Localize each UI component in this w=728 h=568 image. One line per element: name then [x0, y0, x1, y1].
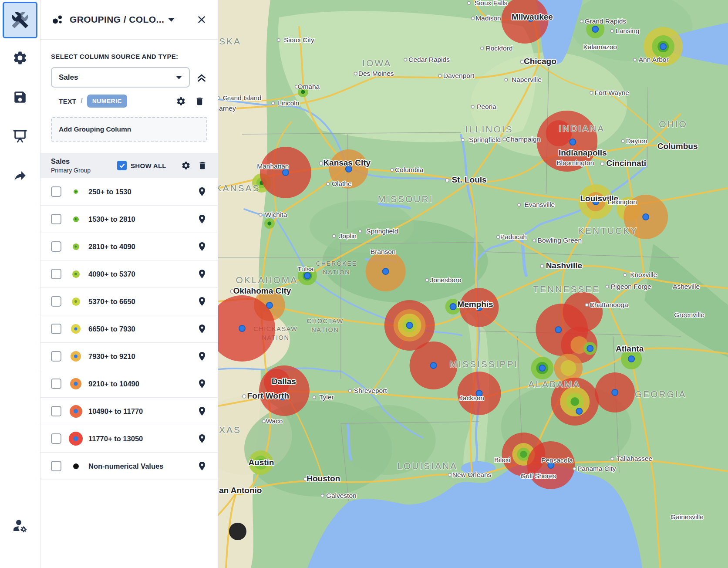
bubble-chart-icon	[52, 14, 64, 26]
state-label: LOUISIANA	[397, 461, 458, 471]
present-button[interactable]	[11, 127, 29, 145]
city-dot	[590, 91, 593, 95]
range-checkbox[interactable]	[51, 324, 61, 334]
type-option-numeric[interactable]: NUMERIC	[87, 95, 127, 108]
range-checkbox[interactable]	[51, 269, 61, 279]
range-row[interactable]: 4090+ to 5370	[40, 260, 218, 288]
marker-center-dot	[383, 268, 389, 274]
range-row[interactable]: Non-numerical Values	[40, 453, 218, 480]
range-checkbox[interactable]	[51, 214, 61, 224]
city-label: Bowling Green	[538, 237, 582, 244]
range-row[interactable]: 11770+ to 13050	[40, 425, 218, 453]
city-label: Pigeon Forge	[611, 283, 651, 290]
panel-title-caret-icon[interactable]	[168, 18, 175, 22]
map-marker[interactable]	[366, 251, 406, 291]
map-pin-icon[interactable]	[197, 186, 207, 197]
group-settings-button[interactable]	[181, 161, 191, 170]
map-pin-icon[interactable]	[197, 324, 207, 334]
marker-center-dot	[283, 169, 289, 176]
range-swatch	[67, 270, 84, 278]
map-pin-icon[interactable]	[197, 241, 207, 252]
map-marker[interactable]	[531, 357, 553, 379]
map-pin-icon[interactable]	[197, 461, 207, 471]
city-dot	[481, 47, 484, 50]
range-checkbox[interactable]	[51, 461, 61, 471]
city-label: Madison	[475, 14, 501, 22]
range-checkbox[interactable]	[51, 296, 61, 307]
range-row[interactable]: 1530+ to 2810	[40, 206, 218, 233]
map-pin-icon[interactable]	[197, 406, 207, 416]
city-dot	[472, 17, 475, 20]
range-swatch	[67, 405, 84, 418]
range-label: 4090+ to 5370	[88, 270, 197, 278]
range-swatch	[67, 216, 84, 222]
range-row[interactable]: 250+ to 1530	[40, 178, 218, 206]
map-pin-icon[interactable]	[197, 296, 207, 307]
show-all-checkbox[interactable]	[117, 161, 127, 170]
range-row[interactable]: 10490+ to 11770	[40, 398, 218, 425]
range-checkbox[interactable]	[51, 379, 61, 389]
city-dot	[277, 39, 280, 42]
range-checkbox[interactable]	[51, 241, 61, 252]
city-dot	[445, 179, 449, 182]
map-marker[interactable]	[527, 441, 575, 489]
state-label: OKLAHOMA	[236, 275, 298, 285]
share-button[interactable]	[11, 166, 29, 185]
range-checkbox[interactable]	[51, 433, 61, 444]
account-settings-button[interactable]	[11, 517, 29, 535]
state-label: IOWA	[362, 58, 391, 68]
column-select[interactable]: Sales	[51, 67, 190, 88]
range-checkbox[interactable]	[51, 186, 61, 197]
city-label: Gainesville	[671, 513, 704, 521]
map-pin-icon[interactable]	[197, 351, 207, 362]
map-pin-icon[interactable]	[197, 214, 207, 224]
city-dot	[359, 230, 362, 233]
column-settings-button[interactable]	[176, 96, 186, 106]
type-option-text[interactable]: TEXT	[59, 98, 76, 105]
range-row[interactable]: 2810+ to 4090	[40, 233, 218, 260]
map-marker[interactable]	[458, 372, 501, 415]
range-row[interactable]: 9210+ to 10490	[40, 370, 218, 398]
settings-button[interactable]	[11, 49, 29, 67]
map-pin-icon[interactable]	[197, 379, 207, 389]
delete-column-button[interactable]	[195, 96, 205, 106]
range-row[interactable]: 6650+ to 7930	[40, 315, 218, 343]
city-label: Wichita	[265, 211, 287, 218]
range-checkbox[interactable]	[51, 351, 61, 362]
save-button[interactable]	[11, 88, 29, 106]
city-label: Lansing	[616, 27, 639, 34]
range-label: 6650+ to 7930	[88, 325, 197, 333]
map-pin-icon[interactable]	[197, 433, 207, 444]
map-marker[interactable]	[583, 342, 597, 355]
close-panel-button[interactable]	[197, 15, 206, 24]
city-label: Jonesboro	[430, 276, 461, 284]
city-label: Panama City	[577, 465, 616, 472]
range-label: Non-numerical Values	[88, 462, 197, 470]
tools-button[interactable]	[3, 2, 37, 38]
city-dot	[354, 72, 357, 75]
marker-center-dot	[239, 325, 245, 331]
city-dot	[606, 285, 609, 288]
group-title: Sales	[51, 157, 117, 166]
map-marker[interactable]	[229, 523, 246, 540]
map-marker[interactable]	[260, 147, 311, 198]
range-row[interactable]: 7930+ to 9210	[40, 343, 218, 370]
add-grouping-column-button[interactable]: Add Grouping Column	[51, 117, 207, 142]
marker-center-dot	[450, 304, 456, 310]
marker-center-dot	[301, 90, 305, 94]
collapse-section-button[interactable]	[196, 72, 207, 83]
city-dot	[333, 235, 336, 238]
map-area[interactable]: CHEROKEENATIONCHOCTAWNATIONCHICKASAWNATI…	[218, 0, 728, 568]
city-label: Branson	[371, 248, 396, 255]
range-row[interactable]: 5370+ to 6650	[40, 288, 218, 315]
range-checkbox[interactable]	[51, 406, 61, 416]
map-canvas[interactable]: CHEROKEENATIONCHOCTAWNATIONCHICKASAWNATI…	[218, 0, 728, 568]
city-label: Dayton	[626, 137, 647, 145]
map-marker[interactable]	[264, 218, 275, 229]
group-delete-button[interactable]	[198, 161, 207, 170]
state-label: SKA	[219, 36, 241, 46]
marker-ring	[229, 523, 246, 540]
city-label: Peoria	[477, 103, 496, 110]
map-pin-icon[interactable]	[197, 269, 207, 279]
map-marker[interactable]	[595, 372, 635, 412]
